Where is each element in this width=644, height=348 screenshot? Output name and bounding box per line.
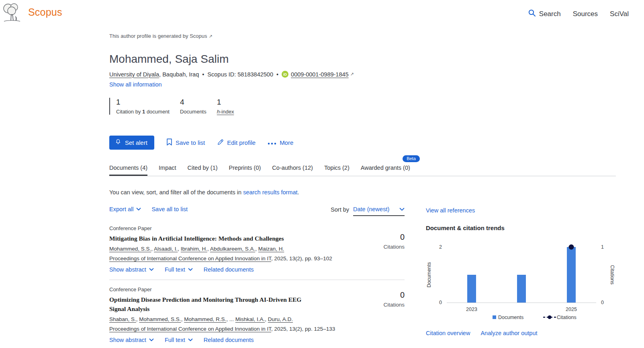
chevron-down-icon (136, 208, 141, 211)
citations-label: Citations (383, 244, 405, 250)
tab-cited-by[interactable]: Cited by (1) (188, 162, 218, 176)
analyze-author-output-link[interactable]: Analyze author output (480, 330, 537, 336)
chevron-down-icon (149, 338, 154, 342)
author-link[interactable]: Maizan, H. (258, 246, 284, 252)
svg-text:Documents: Documents (426, 262, 432, 287)
affiliation-rest: , Baqubah, Iraq (159, 71, 199, 78)
tab-documents[interactable]: Documents (4) (109, 162, 147, 176)
metric-h-index: 1 h-index (217, 98, 234, 115)
chevron-down-icon (188, 268, 193, 271)
tab-preprints[interactable]: Preprints (0) (229, 162, 261, 176)
metric-citations-label: Citation by 1 document (116, 109, 170, 115)
chevron-down-icon (149, 268, 154, 271)
author-link[interactable]: Mohammed, S.S. (139, 316, 181, 322)
document-title-link[interactable]: Optimizing Disease Prediction and Monito… (109, 295, 318, 313)
more-button[interactable]: More (268, 139, 293, 146)
document-authors: Mohammed, S.S., Alsaadi, I., Ibrahim, H.… (109, 246, 334, 252)
document-actions: Show abstract Full text Related document… (109, 337, 405, 343)
metric-citations: 1 Citation by 1 document (116, 98, 170, 115)
source-title-link[interactable]: Proceedings of International Conference … (109, 255, 271, 262)
profile-action-row: Set alert Save to list Edit profile (109, 136, 293, 150)
tab-topics[interactable]: Topics (2) (324, 162, 350, 176)
nav-sources[interactable]: Sources (573, 10, 598, 18)
scopus-wordmark[interactable]: Scopus (28, 6, 62, 18)
citations-value: 0 (383, 290, 405, 300)
sort-order-dropdown[interactable]: Date (newest) (353, 206, 405, 216)
author-link[interactable]: Shaban, S. (109, 316, 136, 322)
set-alert-label: Set alert (125, 139, 147, 146)
set-alert-button[interactable]: Set alert (109, 136, 154, 150)
metric-h-index-label[interactable]: h-index (217, 109, 234, 115)
search-results-format-link[interactable]: search results format (243, 189, 297, 196)
svg-text:2023: 2023 (466, 307, 477, 312)
svg-text:0: 0 (439, 300, 442, 305)
sort-control: Sort by Date (newest) (331, 206, 405, 216)
show-abstract-toggle[interactable]: Show abstract (109, 337, 154, 343)
elsevier-tree-logo (1, 2, 22, 23)
nav-scival[interactable]: SciVal (610, 10, 629, 18)
affiliation-link[interactable]: University of Diyala (109, 71, 159, 78)
svg-text:Documents: Documents (498, 315, 523, 320)
author-link[interactable]: Alsaadi, I. (154, 246, 178, 252)
citations-count: 0 Citations (383, 233, 405, 250)
tab-awarded-grants[interactable]: Awarded grants (0) Beta (361, 162, 410, 176)
edit-profile-label: Edit profile (227, 139, 256, 146)
metric-documents-value: 4 (180, 98, 206, 107)
metric-h-index-value: 1 (217, 98, 234, 107)
svg-text:2025: 2025 (566, 307, 577, 312)
metric-documents-label: Documents (180, 109, 206, 115)
author-link[interactable]: Abdulkareem, S.A. (210, 246, 256, 252)
orcid-link[interactable]: 0009-0001-0989-1845 (291, 71, 349, 78)
svg-text:Citations: Citations (609, 265, 615, 285)
export-all-dropdown[interactable]: Export all (109, 206, 141, 212)
chevron-down-icon (399, 208, 405, 211)
full-text-dropdown[interactable]: Full text (165, 266, 193, 273)
ellipsis-icon (268, 139, 276, 146)
document-source: Proceedings of International Conference … (109, 326, 405, 332)
document-citation-trends-chart: 20Documents10Citations20232025DocumentsC… (424, 234, 617, 323)
save-to-list-label: Save to list (176, 139, 205, 146)
show-abstract-toggle[interactable]: Show abstract (109, 266, 154, 273)
authors-ellipsis: ... (229, 316, 234, 322)
svg-text:1: 1 (601, 244, 604, 250)
save-all-to-list-link[interactable]: Save all to list (151, 206, 187, 212)
tab-co-authors[interactable]: Co-authors (12) (272, 162, 313, 176)
citations-count: 0 Citations (383, 290, 405, 308)
sort-by-label: Sort by (331, 206, 349, 213)
author-link[interactable]: Duru, A.D. (268, 316, 293, 322)
view-all-references-link[interactable]: View all references (426, 207, 475, 214)
nav-sources-label: Sources (573, 10, 598, 18)
separator-dot: • (202, 71, 204, 78)
source-title-link[interactable]: Proceedings of International Conference … (109, 326, 271, 332)
tab-impact[interactable]: Impact (159, 162, 176, 176)
document-source: Proceedings of International Conference … (109, 255, 405, 262)
nav-scival-label: SciVal (610, 10, 629, 18)
profile-generated-note: This author profile is generated by Scop… (109, 33, 213, 39)
document-entry: Conference Paper Optimizing Disease Pred… (109, 280, 405, 348)
show-all-information-link[interactable]: Show all information (109, 81, 162, 88)
bell-icon (115, 138, 121, 146)
author-link[interactable]: Mohammed, S.S. (109, 246, 151, 252)
author-link[interactable]: Mishkal, I.A. (235, 316, 265, 322)
metric-citations-value: 1 (116, 98, 170, 107)
document-title-link[interactable]: Mitigating Bias in Artificial Intelligen… (109, 234, 318, 243)
external-link-icon: ↗ (350, 72, 354, 77)
related-documents-link[interactable]: Related documents (204, 337, 254, 343)
edit-profile-button[interactable]: Edit profile (217, 139, 256, 147)
more-label: More (280, 139, 293, 146)
citations-label: Citations (383, 302, 405, 308)
author-link[interactable]: Mohammed, R.S. (184, 316, 226, 322)
related-documents-link[interactable]: Related documents (204, 266, 254, 273)
pencil-icon (217, 139, 224, 147)
document-list: Conference Paper Mitigating Bias in Arti… (109, 222, 405, 348)
full-text-dropdown[interactable]: Full text (165, 337, 193, 343)
author-link[interactable]: Ibrahim, H. (181, 246, 207, 252)
save-to-list-button[interactable]: Save to list (166, 138, 205, 147)
citation-overview-link[interactable]: Citation overview (426, 330, 470, 336)
document-authors: Shaban, S., Mohammed, S.S., Mohammed, R.… (109, 316, 334, 322)
nav-search[interactable]: Search (528, 9, 561, 19)
document-type: Conference Paper (109, 225, 405, 231)
svg-text:Citations: Citations (557, 315, 577, 320)
citations-value: 0 (383, 233, 405, 242)
beta-badge: Beta (403, 155, 420, 162)
